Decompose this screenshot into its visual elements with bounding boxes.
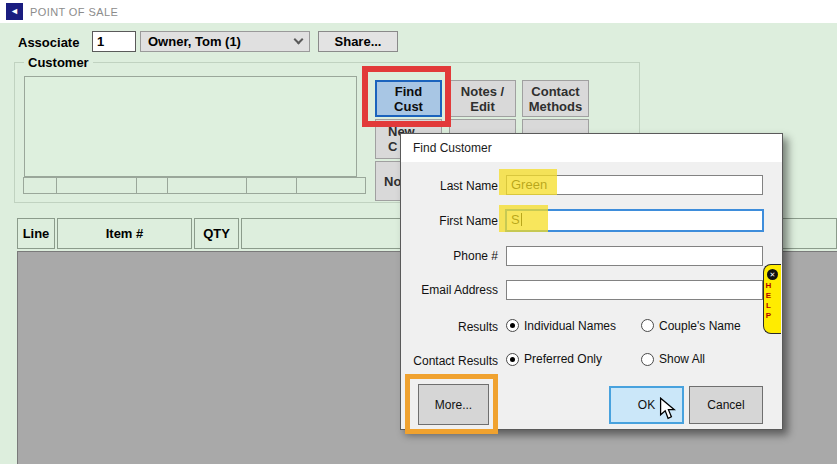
cancel-button[interactable]: Cancel: [689, 386, 763, 424]
customer-cell: [167, 177, 247, 194]
email-label: Email Address: [401, 283, 498, 297]
associate-number-input[interactable]: 1: [92, 31, 136, 52]
find-customer-dialog: Find Customer Last Name Green First Name…: [400, 133, 783, 430]
associate-label: Associate: [18, 35, 79, 50]
associate-select-value: Owner, Tom (1): [148, 34, 241, 49]
find-cust-label-line1: Find: [395, 84, 422, 99]
customer-cell: [246, 177, 297, 194]
window-title: POINT OF SALE: [30, 6, 118, 18]
first-name-label: First Name: [401, 214, 498, 228]
phone-input[interactable]: [506, 246, 763, 266]
contact-methods-label-line1: Contact: [531, 84, 579, 99]
contact-showall-radio[interactable]: [641, 353, 654, 366]
pos-window: ◄ POINT OF SALE Associate 1 Owner, Tom (…: [0, 0, 837, 464]
new-cust-label-line2: C: [388, 139, 397, 154]
results-individual-radio[interactable]: [506, 319, 519, 332]
contact-methods-button[interactable]: Contact Methods: [522, 80, 589, 117]
contact-results-label: Contact Results: [401, 354, 498, 368]
help-tab[interactable]: ✕ HELP: [763, 264, 781, 334]
help-tab-label: HELP: [764, 281, 781, 321]
header-qty: QTY: [194, 218, 239, 249]
customer-display-area: [24, 76, 357, 177]
customer-cell: [56, 177, 137, 194]
last-name-highlight: [499, 169, 557, 195]
customer-cell: [136, 177, 168, 194]
notes-edit-label-line2: Edit: [470, 99, 495, 114]
customer-cell: [23, 177, 57, 194]
customer-cell: [296, 177, 366, 194]
find-cust-button[interactable]: Find Cust: [375, 80, 442, 117]
more-button[interactable]: More...: [418, 384, 489, 425]
phone-label: Phone #: [401, 249, 498, 263]
header-line: Line: [17, 218, 55, 249]
help-icon: ✕: [767, 269, 778, 280]
associate-select[interactable]: Owner, Tom (1): [140, 31, 310, 52]
results-couple-radio[interactable]: [641, 319, 654, 332]
share-button[interactable]: Share...: [318, 31, 398, 52]
results-label: Results: [401, 320, 498, 334]
mouse-cursor-icon: [659, 397, 676, 420]
dialog-titlebar[interactable]: Find Customer: [401, 134, 782, 162]
email-input[interactable]: [506, 280, 763, 300]
chevron-down-icon: [294, 35, 304, 45]
results-couple-label: Couple's Name: [659, 319, 741, 333]
dialog-title: Find Customer: [413, 141, 492, 155]
last-name-label: Last Name: [401, 179, 498, 193]
contact-preferred-label: Preferred Only: [524, 352, 602, 366]
contact-preferred-radio[interactable]: [506, 353, 519, 366]
notes-edit-button[interactable]: Notes / Edit: [449, 80, 516, 117]
find-cust-label-line2: Cust: [394, 99, 423, 114]
first-name-highlight: [499, 205, 548, 232]
no-button-label: No: [384, 174, 401, 189]
customer-info-cells: [24, 177, 366, 194]
contact-methods-label-line2: Methods: [529, 99, 582, 114]
pos-app-icon: ◄: [6, 3, 23, 20]
contact-showall-label: Show All: [659, 352, 705, 366]
results-individual-label: Individual Names: [524, 319, 616, 333]
header-item: Item #: [57, 218, 192, 249]
notes-edit-label-line1: Notes /: [461, 84, 504, 99]
window-titlebar: ◄ POINT OF SALE: [0, 0, 837, 23]
customer-legend: Customer: [24, 55, 93, 70]
